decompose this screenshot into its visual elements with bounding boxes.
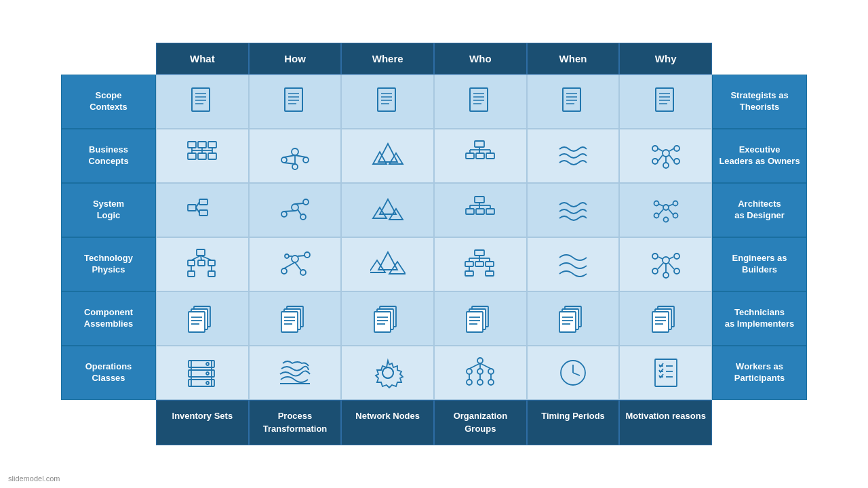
svg-rect-126 (475, 250, 484, 256)
cell-tech-how (249, 237, 342, 291)
svg-point-198 (477, 369, 483, 374)
svg-rect-187 (189, 380, 214, 386)
svg-rect-186 (189, 370, 214, 377)
svg-line-79 (284, 211, 295, 211)
svg-line-44 (284, 155, 295, 157)
svg-rect-0 (192, 88, 210, 111)
svg-line-119 (284, 262, 295, 268)
svg-rect-181 (652, 312, 669, 332)
cell-biz-where (341, 129, 434, 183)
cell-ops-why (619, 346, 712, 400)
svg-line-47 (284, 163, 295, 164)
svg-rect-88 (486, 209, 494, 214)
svg-point-95 (673, 201, 677, 206)
row-operations-classes: OperationsClasses (61, 346, 807, 400)
cell-sys-where (341, 183, 434, 237)
svg-point-141 (652, 268, 658, 274)
svg-point-200 (467, 380, 472, 385)
label-operations-classes: OperationsClasses (61, 346, 156, 400)
svg-line-146 (658, 263, 663, 269)
cell-tech-who (434, 237, 527, 291)
svg-line-122 (295, 262, 301, 270)
svg-point-62 (652, 159, 658, 164)
svg-rect-169 (467, 312, 483, 332)
svg-line-81 (298, 209, 301, 215)
svg-rect-175 (559, 312, 576, 332)
svg-rect-31 (198, 142, 206, 148)
svg-point-93 (663, 205, 669, 210)
cell-sys-why (619, 183, 712, 237)
cell-sys-how (249, 183, 342, 237)
svg-rect-30 (188, 142, 196, 148)
svg-point-64 (663, 163, 669, 168)
svg-point-142 (674, 268, 679, 274)
label-scope-contexts: ScopeContexts (61, 75, 156, 129)
svg-line-144 (658, 257, 663, 259)
svg-point-196 (477, 358, 483, 363)
svg-point-94 (654, 201, 658, 206)
footer-inventory: Inventory Sets (156, 400, 249, 445)
svg-line-45 (295, 155, 306, 157)
svg-point-63 (674, 159, 679, 164)
svg-line-111 (201, 256, 212, 260)
svg-line-101 (658, 209, 663, 215)
label-technology-physics: TechnologyPhysics (61, 237, 156, 291)
svg-rect-130 (465, 271, 473, 276)
svg-line-203 (469, 363, 480, 369)
svg-rect-70 (188, 205, 196, 211)
row-technology-physics: TechnologyPhysics (61, 237, 807, 291)
svg-rect-212 (655, 359, 677, 386)
svg-point-143 (663, 272, 669, 278)
svg-rect-157 (281, 312, 298, 332)
label-business-concepts: BusinessConcepts (61, 129, 156, 183)
top-header: What How Where Who When Why (156, 43, 712, 75)
svg-line-205 (480, 363, 491, 369)
label-system-logic: SystemLogic (61, 183, 156, 237)
svg-rect-127 (465, 262, 473, 266)
label-executive-leaders: ExecutiveLeaders as Owners (712, 129, 807, 183)
row-component-assemblies: ComponentAssemblies (61, 291, 807, 346)
header-what: What (156, 43, 249, 75)
svg-rect-185 (189, 361, 214, 367)
cell-comp-what (156, 291, 249, 346)
svg-point-59 (663, 150, 669, 157)
svg-point-78 (300, 214, 306, 220)
svg-line-67 (658, 155, 663, 161)
svg-point-41 (281, 157, 287, 163)
svg-point-117 (300, 270, 306, 275)
cell-comp-where (341, 291, 434, 346)
svg-point-76 (281, 211, 287, 217)
svg-rect-103 (197, 249, 205, 256)
svg-line-99 (658, 204, 663, 206)
label-architects: Architectsas Designer (712, 183, 807, 237)
svg-point-61 (674, 146, 679, 151)
svg-point-115 (281, 268, 287, 274)
header-how: How (249, 43, 342, 75)
svg-rect-33 (188, 153, 196, 159)
svg-point-118 (285, 254, 289, 258)
row-business-concepts: BusinessConcepts (61, 129, 807, 183)
svg-line-68 (669, 155, 674, 161)
svg-rect-34 (198, 153, 206, 159)
cell-scope-what (156, 75, 249, 129)
svg-rect-20 (563, 88, 580, 111)
svg-rect-52 (466, 153, 474, 159)
cell-sys-when (527, 183, 620, 237)
svg-line-121 (298, 256, 304, 256)
cell-scope-how (249, 75, 342, 129)
footer-organization: Organization Groups (434, 400, 527, 445)
svg-rect-107 (188, 271, 195, 277)
label-workers: Workers asParticipants (712, 346, 807, 400)
cell-tech-what (156, 237, 249, 291)
svg-rect-54 (486, 153, 494, 159)
cell-tech-where (341, 237, 434, 291)
svg-rect-104 (188, 260, 195, 266)
svg-point-77 (303, 199, 309, 205)
svg-point-199 (488, 369, 494, 374)
svg-rect-151 (189, 312, 205, 332)
label-technicians: Techniciansas Implementers (712, 291, 807, 346)
header-why: Why (619, 43, 712, 75)
svg-line-211 (573, 373, 580, 375)
svg-rect-32 (208, 142, 216, 148)
svg-marker-83 (373, 207, 387, 218)
